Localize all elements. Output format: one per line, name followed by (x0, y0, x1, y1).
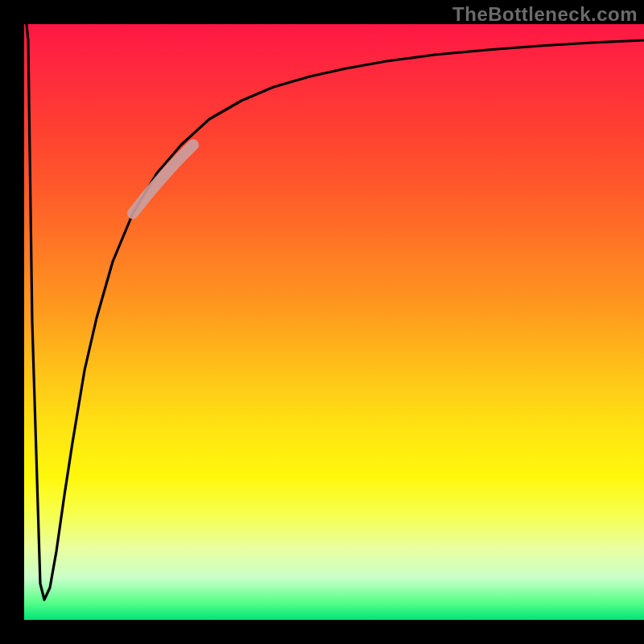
watermark: TheBottleneck.com (452, 3, 638, 26)
plot-area (24, 24, 644, 620)
chart-container: TheBottleneck.com (0, 0, 644, 644)
